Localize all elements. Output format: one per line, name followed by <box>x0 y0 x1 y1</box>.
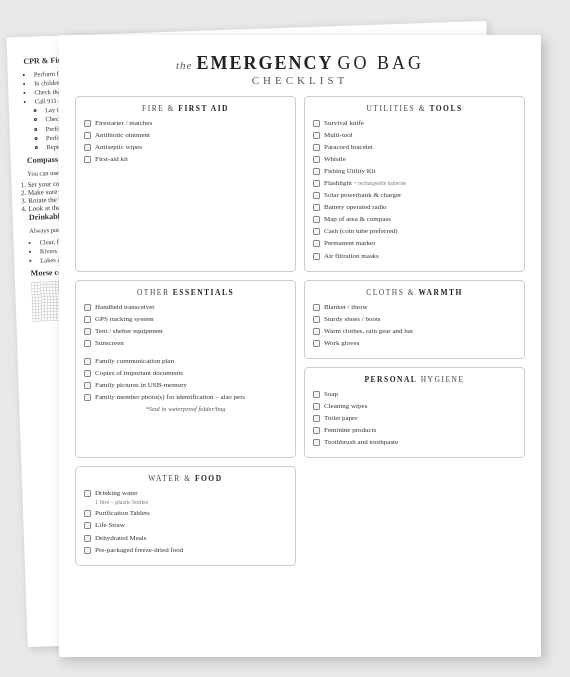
checkbox[interactable] <box>313 144 320 151</box>
checkbox[interactable] <box>313 391 320 398</box>
title-plain: OTHER <box>137 288 173 297</box>
item-label: Fishing Utility Kit <box>324 167 376 176</box>
checkbox[interactable] <box>84 394 91 401</box>
header-the: the EMERGENCY GO BAG <box>75 53 525 74</box>
section-water-food: WATER & FOOD Drinking water1 litre – pla… <box>75 466 296 565</box>
title-plain: FIRE & <box>142 104 178 113</box>
list-item: Map of area & compass <box>313 215 516 224</box>
item-label: Warm clothes, rain gear and hat <box>324 327 413 336</box>
checkbox[interactable] <box>84 510 91 517</box>
item-label: GPS tracking system <box>95 315 154 324</box>
item-label: Air filtration masks <box>324 252 379 261</box>
checkbox[interactable] <box>313 204 320 211</box>
checkbox[interactable] <box>84 490 91 497</box>
list-item: Cleaning wipes <box>313 402 516 411</box>
list-item: Fishing Utility Kit <box>313 167 516 176</box>
checkbox[interactable] <box>313 120 320 127</box>
checkbox[interactable] <box>313 132 320 139</box>
checkbox[interactable] <box>84 120 91 127</box>
checkbox[interactable] <box>313 427 320 434</box>
list-item: Pre-packaged freeze-dried food <box>84 546 287 555</box>
checkbox[interactable] <box>84 304 91 311</box>
checkbox[interactable] <box>313 415 320 422</box>
checkbox[interactable] <box>84 316 91 323</box>
checkbox[interactable] <box>84 328 91 335</box>
checkbox[interactable] <box>313 156 320 163</box>
list-item: Air filtration masks <box>313 252 516 261</box>
checkbox[interactable] <box>313 340 320 347</box>
checkbox[interactable] <box>313 403 320 410</box>
item-label: Permanent marker <box>324 239 376 248</box>
checkbox[interactable] <box>84 340 91 347</box>
checkbox[interactable] <box>313 328 320 335</box>
checkbox[interactable] <box>313 228 320 235</box>
checkbox[interactable] <box>84 132 91 139</box>
item-label: Pre-packaged freeze-dried food <box>95 546 183 555</box>
item-label: Antibiotic ointment <box>95 131 150 140</box>
list-item: Whistle <box>313 155 516 164</box>
list-item: Antiseptic wipes <box>84 143 287 152</box>
checkbox[interactable] <box>84 522 91 529</box>
item-label: Solar powerbank & charger <box>324 191 401 200</box>
list-item: Paracord bracelet <box>313 143 516 152</box>
checkbox[interactable] <box>313 192 320 199</box>
checkbox[interactable] <box>313 168 320 175</box>
list-item: Antibiotic ointment <box>84 131 287 140</box>
checkbox[interactable] <box>84 144 91 151</box>
title-bold: FOOD <box>195 474 223 483</box>
item-label: First-aid kit <box>95 155 128 164</box>
checkbox[interactable] <box>313 240 320 247</box>
list-item: Solar powerbank & charger <box>313 191 516 200</box>
checkbox[interactable] <box>313 180 320 187</box>
list-item: Permanent marker <box>313 239 516 248</box>
list-item: Firestarter / matches <box>84 119 287 128</box>
title-bold: WARMTH <box>418 288 462 297</box>
checkbox[interactable] <box>313 439 320 446</box>
item-label: Soap <box>324 390 338 399</box>
checkbox[interactable] <box>84 358 91 365</box>
checkbox[interactable] <box>84 547 91 554</box>
item-label: Battery operated radio <box>324 203 387 212</box>
list-item: Warm clothes, rain gear and hat <box>313 327 516 336</box>
title-plain: WATER & <box>148 474 195 483</box>
checkbox[interactable] <box>313 253 320 260</box>
section-title-cloths: CLOTHS & WARMTH <box>313 288 516 297</box>
list-item: Life Straw <box>84 521 287 530</box>
list-item: Family member photo(s) for identificatio… <box>84 393 287 402</box>
checkbox[interactable] <box>84 156 91 163</box>
front-header: the EMERGENCY GO BAG CHECKLIST <box>75 53 525 86</box>
title-plain: CLOTHS & <box>366 288 418 297</box>
header-the-text: the <box>176 59 192 71</box>
page-wrapper: CPR & First Aid Perform CPR when person … <box>25 19 545 659</box>
title-bold: FIRST AID <box>178 104 229 113</box>
item-label: Map of area & compass <box>324 215 391 224</box>
list-item: Sunscreen <box>84 339 287 348</box>
item-label: Paracord bracelet <box>324 143 373 152</box>
checkbox[interactable] <box>313 316 320 323</box>
list-item: Handheld transceiver <box>84 303 287 312</box>
item-label: Multi-tool <box>324 131 353 140</box>
list-item: Soap <box>313 390 516 399</box>
list-item: Dehydrated Meals <box>84 534 287 543</box>
checklist-grid: FIRE & FIRST AID Firestarter / matches A… <box>75 96 525 566</box>
list-item: Family pictures in USB-memory <box>84 381 287 390</box>
checkbox[interactable] <box>84 535 91 542</box>
section-cloths-warmth: CLOTHS & WARMTH Blanket / throw Sturdy s… <box>304 280 525 359</box>
item-label: Feminine products <box>324 426 376 435</box>
item-label: Toothbrush and toothpaste <box>324 438 398 447</box>
item-label: Handheld transceiver <box>95 303 155 312</box>
section-utilities-tools: UTILITIES & TOOLS Survival knife Multi-t… <box>304 96 525 272</box>
checkbox[interactable] <box>313 216 320 223</box>
item-label: Drinking water1 litre – plastic bottles <box>95 489 148 506</box>
checkbox[interactable] <box>84 382 91 389</box>
item-label: Family member photo(s) for identificatio… <box>95 393 245 402</box>
section-title-fire: FIRE & FIRST AID <box>84 104 287 113</box>
title-plain: HYGIENE <box>417 375 464 384</box>
checkbox[interactable] <box>313 304 320 311</box>
list-item: Family communication plan <box>84 357 287 366</box>
list-item: Purification Tablets <box>84 509 287 518</box>
item-label: Family communication plan <box>95 357 174 366</box>
checkbox[interactable] <box>84 370 91 377</box>
item-label: Dehydrated Meals <box>95 534 147 543</box>
title-bold: TOOLS <box>429 104 462 113</box>
